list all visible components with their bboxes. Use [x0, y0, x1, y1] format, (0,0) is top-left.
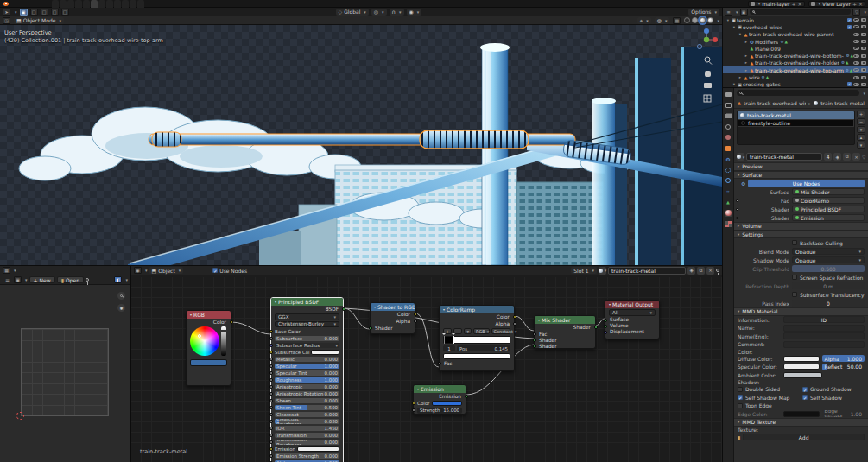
bsdf-input-row[interactable]: IOR IOR1.450 IOR▾ IOR: [271, 425, 343, 432]
bsdf-input-row[interactable]: Clearcoat Clearcoat0.000 Clearcoat▾ Clea…: [271, 411, 343, 418]
texture-add-button[interactable]: Add: [743, 434, 865, 440]
input-socket[interactable]: [412, 408, 415, 412]
collection-render-checkbox[interactable]: ✓: [847, 18, 852, 22]
transform-orientation[interactable]: ◇Global▾: [336, 9, 369, 16]
workspace-tab[interactable]: [122, 0, 129, 8]
editor-type-icon[interactable]: ◉: [134, 267, 142, 274]
select-mode-new[interactable]: □: [30, 9, 38, 16]
workspace-tab[interactable]: [130, 0, 136, 8]
editor-type-icon[interactable]: ▦: [3, 267, 10, 274]
uv-grid[interactable]: [21, 328, 109, 416]
emission-color-swatch[interactable]: [432, 401, 462, 406]
workspace-tab[interactable]: [106, 0, 113, 8]
hide-eye-toggle[interactable]: [853, 54, 859, 58]
input-socket[interactable]: [604, 319, 607, 322]
material-slot[interactable]: train-track-metal: [738, 111, 854, 119]
breadcrumb-object[interactable]: train-track-overhead-wire-top-arm: [744, 100, 806, 106]
node-mix-header[interactable]: ▾Mix Shader: [535, 316, 595, 324]
display-channels-icon[interactable]: ◧: [114, 276, 122, 283]
distribution-dropdown[interactable]: GGX▾: [275, 313, 339, 320]
collection-render-checkbox[interactable]: ✓: [847, 82, 852, 86]
output-socket[interactable]: [465, 395, 468, 398]
tab-world[interactable]: [725, 134, 732, 141]
input-socket[interactable]: [269, 371, 273, 375]
link-value-field[interactable]: Principled BSDF: [792, 206, 865, 212]
mode-dropdown[interactable]: ⬒Object Mode▾: [14, 17, 64, 24]
panel-surface[interactable]: ▾Surface: [734, 171, 868, 180]
gizmo-dropdown[interactable]: ⌖▾: [637, 17, 651, 24]
self-shadow-checkbox[interactable]: ✓: [802, 395, 808, 400]
node-principled-bsdf[interactable]: ▾Principled BSDF BSDF GGX▾ Christensen-B…: [270, 297, 344, 462]
value-slider[interactable]: Anisotropic0.000: [275, 384, 339, 390]
render-camera-toggle[interactable]: [861, 33, 866, 36]
node-rgb-header[interactable]: ▾RGB: [187, 311, 231, 319]
outliner-row[interactable]: train-track-overhead-wire-bottom-arm ⚙▲ …: [723, 52, 868, 59]
move-slot-down-button[interactable]: ▾: [857, 142, 865, 149]
interpolation-dropdown[interactable]: Constant▾: [491, 328, 510, 334]
value-slider[interactable]: Transmission Roughness0.000: [275, 440, 339, 446]
input-socket[interactable]: [269, 427, 273, 430]
outliner-row[interactable]: train-track-overhead-wire-top-arm ⚙▲ ✓: [723, 66, 868, 73]
link-value-field[interactable]: Emission: [792, 214, 865, 221]
outliner-row[interactable]: overhead-wires ⚙▲ ✓: [723, 23, 868, 30]
strength-field[interactable]: Strength15.000: [417, 408, 462, 414]
node-emission-header[interactable]: ▾Emission: [414, 385, 466, 393]
value-slider[interactable]: Clearcoat0.000: [275, 412, 339, 418]
backface-culling-checkbox[interactable]: [792, 240, 797, 245]
shadow-mode-dropdown[interactable]: Opaque▾: [792, 256, 865, 263]
browse-image-icon[interactable]: ▣: [14, 276, 22, 283]
input-socket[interactable]: [369, 326, 372, 330]
node-colorramp-header[interactable]: ▾ColorRamp: [440, 306, 514, 313]
input-socket[interactable]: [269, 447, 273, 451]
proportional-edit[interactable]: ◉▾: [407, 9, 422, 16]
collapsed-menus-icon[interactable]: ≡: [3, 277, 12, 283]
rgb-current-color[interactable]: [190, 359, 227, 366]
zoom-icon[interactable]: [117, 292, 125, 300]
input-socket[interactable]: [269, 420, 273, 423]
overlays-dropdown[interactable]: ◍▾: [655, 17, 670, 24]
mmd-name-field[interactable]: [783, 325, 865, 332]
panel-settings[interactable]: ▾Settings: [734, 231, 868, 239]
node-shader-to-rgb[interactable]: ▾Shader to RGB Color Alpha Shader: [370, 302, 415, 334]
pass-index-field[interactable]: 0: [792, 300, 865, 307]
refraction-depth-field[interactable]: 0 m: [792, 282, 865, 289]
render-camera-toggle[interactable]: [861, 18, 866, 22]
workspace-tab[interactable]: [75, 0, 82, 8]
panel-volume[interactable]: ▸Volume: [734, 222, 868, 231]
outliner-search[interactable]: [750, 9, 852, 15]
color-row[interactable]: Subsurface Col: [275, 350, 339, 356]
blender-logo-icon[interactable]: [3, 2, 9, 6]
open-image-button[interactable]: ▮Open: [57, 276, 84, 283]
use-nodes-checkbox[interactable]: ✓: [212, 268, 218, 273]
shading-rendered[interactable]: [707, 17, 713, 23]
hide-eye-toggle[interactable]: [853, 68, 859, 72]
node-emission[interactable]: ▾Emission Emission Color Strength15.000: [413, 384, 466, 415]
mmd-comment-field[interactable]: [783, 341, 865, 348]
value-slider[interactable]: Specular1.000: [275, 364, 339, 370]
move-slot-up-button[interactable]: ▴: [857, 134, 865, 141]
ramp-specials-button[interactable]: ▾: [464, 328, 472, 334]
edge-weight-slider[interactable]: Edge Weight1.00: [822, 410, 865, 417]
mmd-id-field[interactable]: ID: [783, 316, 865, 323]
input-socket[interactable]: [269, 378, 273, 382]
node-rgb[interactable]: ▾RGB Color: [186, 310, 231, 386]
bsdf-input-row[interactable]: Transmission Roughness Transmission Roug…: [271, 439, 343, 446]
material-name-field[interactable]: train-track-metal: [608, 267, 686, 275]
input-socket[interactable]: [533, 339, 536, 342]
input-socket[interactable]: [533, 332, 536, 336]
node-mix-shader[interactable]: ▾Mix Shader Shader Fac Shader Shader: [534, 315, 596, 349]
render-camera-toggle[interactable]: [861, 68, 866, 72]
value-slider[interactable]: Sheen Tint0.500: [275, 405, 339, 411]
tab-physics[interactable]: [725, 177, 732, 184]
unlink-scene-icon[interactable]: ×: [798, 1, 802, 7]
node-output-header[interactable]: ▾Material Output: [605, 301, 659, 308]
workspace-tab[interactable]: [52, 0, 59, 8]
add-slot-button[interactable]: +: [857, 111, 865, 117]
bsdf-input-row[interactable]: Subsurface Subsurface0.000 Subsurface▾ S…: [271, 335, 343, 342]
shading-material-preview[interactable]: [700, 17, 706, 23]
select-mode-extend[interactable]: □: [41, 9, 48, 16]
input-socket[interactable]: [269, 358, 273, 361]
outliner-row[interactable]: train-track-overhead-wire-holder ⚙▲ ✓: [723, 60, 868, 66]
input-socket[interactable]: [269, 406, 273, 409]
viewport-3d[interactable]: User Perspective (429) Collection.001 | …: [0, 25, 722, 265]
